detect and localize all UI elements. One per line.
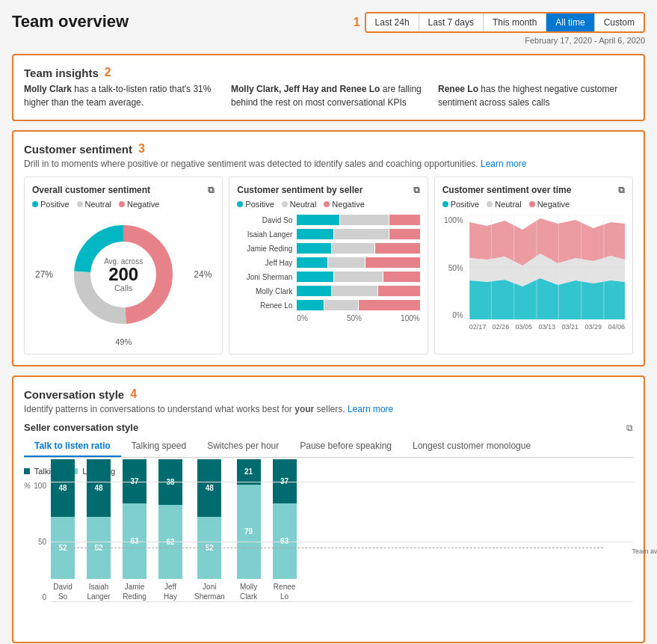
calls-label: Calls	[104, 283, 143, 292]
learn-more-link-sentiment[interactable]: Learn more	[481, 159, 526, 169]
sentiment-grid: Overall customer sentiment ⧉ Positive Ne…	[24, 177, 633, 355]
over-time-col: Customer sentiment over time ⧉ Positive …	[434, 177, 633, 355]
step-badge-3: 3	[138, 142, 145, 156]
positive-pct-right: 24%	[194, 269, 212, 280]
conversation-style-title: Conversation style	[24, 388, 124, 401]
table-row: David So	[237, 215, 419, 225]
insight-1-highlight: Molly Clark	[24, 84, 72, 94]
legend-negative-time: Negative	[537, 200, 570, 209]
time-filter-group: Last 24h Last 7 days This month All time…	[365, 12, 645, 33]
insight-item-1: Molly Clark has a talk-to-listen ratio t…	[24, 82, 219, 109]
overall-sentiment-col: Overall customer sentiment ⧉ Positive Ne…	[24, 177, 223, 355]
list-item: 38 62 JeffHay	[158, 459, 182, 601]
over-time-chart-container: 100% 50% 0%	[442, 215, 625, 331]
seller-label: IsaiahLanger	[87, 582, 110, 601]
call-count: 200	[104, 266, 143, 283]
list-item: 48 52 DavidSo	[51, 459, 75, 601]
list-item: 37 63 JamieReding	[123, 459, 146, 601]
tab-pause[interactable]: Pause before speaking	[289, 436, 402, 457]
overall-title: Overall customer sentiment	[32, 185, 150, 195]
team-insights-title: Team insights	[24, 67, 99, 79]
bar-chart-area-container: % 100 50 0 Team avg.	[24, 482, 633, 631]
overtime-svg	[469, 215, 625, 319]
donut-chart: Avg. across 200 Calls	[64, 215, 183, 334]
neutral-pct-left: 27%	[35, 269, 53, 280]
legend-positive-seller: Positive	[245, 200, 274, 209]
copy-icon-overall[interactable]: ⧉	[208, 185, 215, 195]
legend-positive-time: Positive	[451, 200, 480, 209]
seller-name: Isaiah Langer	[237, 230, 297, 239]
list-item: 48 52 JoniSherman	[194, 459, 225, 601]
team-avg-line	[51, 548, 603, 548]
y-100-conv: 100	[24, 482, 46, 490]
negative-pct-bottom: 49%	[32, 337, 215, 346]
table-row: Molly Clark	[237, 286, 419, 296]
customer-sentiment-subtitle: Drill in to moments where positive or ne…	[24, 159, 633, 169]
tab-switches[interactable]: Switches per hour	[197, 436, 289, 457]
legend-neutral-seller: Neutral	[290, 200, 316, 209]
team-insights-section: Team insights 2 Molly Clark has a talk-t…	[12, 54, 645, 121]
list-item: 37 63 ReneeLo	[273, 459, 297, 601]
step-badge-4: 4	[130, 387, 137, 401]
team-avg-label: Team avg.	[632, 548, 657, 555]
table-row: Jamie Reding	[237, 243, 419, 254]
seller-name: Jamie Reding	[237, 245, 297, 253]
customer-sentiment-section: Customer sentiment 3 Drill in to moments…	[12, 130, 645, 367]
step-badge-2: 2	[105, 66, 111, 79]
time-btn-7d[interactable]: Last 7 days	[419, 13, 484, 31]
tab-talk-listen[interactable]: Talk to listen ratio	[24, 436, 121, 457]
time-btn-month[interactable]: This month	[484, 13, 546, 31]
tab-monologue[interactable]: Longest customer monologue	[402, 436, 541, 457]
tab-talking-speed[interactable]: Talking speed	[121, 436, 197, 457]
over-time-legend: Positive Neutral Negative	[442, 200, 625, 209]
seller-label: ReneeLo	[274, 582, 295, 601]
seller-name: Jeff Hay	[237, 259, 297, 267]
copy-icon-conv[interactable]: ⧉	[626, 423, 633, 433]
seller-name: Joni Sherman	[237, 273, 297, 281]
table-row: Isaiah Langer	[237, 229, 419, 239]
insight-item-3: Renee Lo has the highest negative custom…	[438, 82, 633, 109]
seller-name: Renee Lo	[237, 301, 297, 310]
insight-item-2: Molly Clark, Jeff Hay and Renee Lo are f…	[231, 82, 426, 109]
time-btn-24h[interactable]: Last 24h	[366, 13, 419, 31]
by-seller-col: Customer sentiment by seller ⧉ Positive …	[229, 177, 428, 355]
y-100: 100%	[442, 216, 463, 224]
y-50: 50%	[442, 264, 463, 272]
time-btn-alltime[interactable]: All time	[546, 13, 594, 31]
bar-axis: 0%50%100%	[237, 314, 419, 322]
seller-label: DavidSo	[53, 582, 73, 601]
seller-name: Molly Clark	[237, 287, 297, 295]
legend-negative: Negative	[127, 200, 159, 209]
seller-label: MollyClark	[240, 582, 257, 601]
seller-conv-style-label: Seller conversation style	[24, 422, 138, 433]
table-row: Joni Sherman	[237, 272, 419, 282]
customer-sentiment-title: Customer sentiment	[24, 143, 132, 156]
y-0: 0%	[442, 311, 463, 319]
page-title: Team overview	[12, 12, 129, 31]
overall-legend: Positive Neutral Negative	[32, 200, 215, 209]
insight-2-highlight: Molly Clark, Jeff Hay and Renee Lo	[231, 84, 380, 94]
conversation-style-section: Conversation style 4 Identify patterns i…	[12, 375, 645, 643]
table-row: Renee Lo	[237, 300, 419, 310]
svg-marker-8	[469, 278, 625, 319]
legend-neutral: Neutral	[85, 200, 111, 209]
list-item: 48 52 IsaiahLanger	[87, 459, 111, 601]
by-seller-legend: Positive Neutral Negative	[237, 200, 419, 209]
insight-3-highlight: Renee Lo	[438, 84, 478, 94]
copy-icon-seller[interactable]: ⧉	[413, 185, 420, 195]
header-controls: 1 Last 24h Last 7 days This month All ti…	[348, 12, 645, 45]
seller-name: David So	[237, 216, 297, 224]
y-0-conv: 0	[24, 593, 46, 601]
table-row: Jeff Hay	[237, 257, 419, 268]
list-item: 21 79 MollyClark	[237, 459, 261, 601]
legend-neutral-time: Neutral	[495, 200, 521, 209]
x-axis-overtime: 02/1702/2603/0503/1303/2103/2904/06	[469, 323, 625, 331]
seller-label: JoniSherman	[194, 582, 225, 601]
step-badge-1: 1	[354, 16, 360, 29]
legend-positive: Positive	[40, 200, 70, 209]
legend-negative-seller: Negative	[332, 200, 364, 209]
over-time-title: Customer sentiment over time	[442, 185, 572, 195]
time-btn-custom[interactable]: Custom	[595, 13, 644, 31]
copy-icon-overtime[interactable]: ⧉	[618, 185, 625, 195]
learn-more-link-conv[interactable]: Learn more	[348, 404, 393, 414]
